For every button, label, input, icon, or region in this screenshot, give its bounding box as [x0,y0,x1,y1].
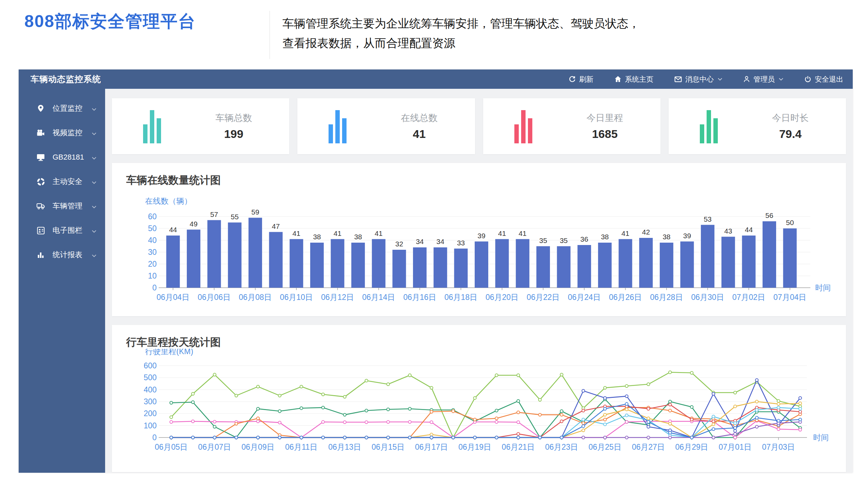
sidebar-item-label: 视频监控 [53,128,92,138]
sidebar: 位置监控 视频监控 GB28181 [19,89,105,473]
svg-text:41: 41 [293,229,300,237]
app-frame: 车辆动态监控系统 刷新 系统主页 [19,69,853,473]
svg-text:06月19日: 06月19日 [458,443,491,451]
user-icon [743,76,750,83]
svg-text:50: 50 [786,219,794,226]
sidebar-item-video-monitor[interactable]: 视频监控 [19,121,105,145]
chevron-down-icon [92,177,96,186]
svg-text:35: 35 [560,237,568,244]
svg-text:06月04日: 06月04日 [157,293,190,302]
mini-bars-icon [700,109,718,143]
svg-text:06月18日: 06月18日 [445,293,477,302]
refresh-label: 刷新 [579,75,593,84]
system-home-button[interactable]: 系统主页 [614,75,653,84]
sidebar-item-label: 位置监控 [53,103,92,114]
svg-text:06月27日: 06月27日 [632,443,665,451]
svg-text:0: 0 [152,433,157,442]
svg-text:06月07日: 06月07日 [198,443,231,451]
sidebar-item-location-monitor[interactable]: 位置监控 [19,96,105,121]
brand-title: 车辆动态监控系统 [19,74,101,85]
stat-label: 今日时长 [772,112,809,124]
sidebar-item-active-safety[interactable]: 主动安全 [19,169,105,194]
svg-text:时间: 时间 [813,433,829,442]
location-pin-icon [36,104,45,113]
svg-text:38: 38 [601,233,609,241]
svg-text:06月25日: 06月25日 [589,443,622,451]
svg-text:06月21日: 06月21日 [502,443,535,451]
svg-text:34: 34 [416,238,424,245]
sidebar-item-label: 统计报表 [53,250,92,260]
svg-text:35: 35 [539,237,547,244]
page-description: 车辆管理系统主要为企业统筹车辆安排，管理车辆状态、驾驶员状态， 查看报表数据，从… [282,14,640,53]
logout-button[interactable]: 安全退出 [804,75,843,84]
truck-icon [36,203,45,210]
sidebar-item-gb28181[interactable]: GB28181 [19,145,105,169]
svg-text:10: 10 [148,271,157,280]
stat-value: 79.4 [772,127,809,141]
svg-text:60: 60 [148,212,157,221]
svg-text:行驶里程(KM): 行驶里程(KM) [145,349,193,356]
chevron-down-icon [92,128,96,137]
svg-text:06月05日: 06月05日 [155,443,188,451]
svg-text:41: 41 [375,229,382,237]
sidebar-item-statistics-report[interactable]: 统计报表 [19,243,105,267]
sidebar-item-geofence[interactable]: 电子围栏 [19,218,105,243]
svg-text:07月03日: 07月03日 [762,443,795,451]
bar-chart-title: 车辆在线数量统计图 [112,163,846,187]
sidebar-item-label: 车辆管理 [53,201,92,211]
chevron-down-icon [92,226,96,235]
svg-text:07月01日: 07月01日 [719,443,752,451]
svg-text:06月16日: 06月16日 [403,293,436,302]
svg-text:400: 400 [144,385,157,394]
svg-text:32: 32 [395,240,403,248]
refresh-button[interactable]: 刷新 [569,75,593,84]
top-navbar: 车辆动态监控系统 刷新 系统主页 [19,69,853,89]
refresh-icon [569,76,576,83]
power-icon [804,76,811,83]
online-count-bar-chart[interactable]: 在线数（辆）01020304050604406月04日495706月06日555… [119,189,844,309]
svg-text:500: 500 [144,373,157,382]
message-center-button[interactable]: 消息中心 [674,75,722,84]
sidebar-item-vehicle-manage[interactable]: 车辆管理 [19,194,105,218]
chevron-down-icon [92,153,96,162]
header-divider [270,11,270,59]
chevron-down-icon [92,250,96,259]
sidebar-item-label: GB28181 [53,153,92,162]
monitor-icon [36,154,45,161]
screen: 808部标安全管理平台 车辆管理系统主要为企业统筹车辆安排，管理车辆状态、驾驶员… [0,0,868,488]
svg-text:0: 0 [152,283,157,292]
stat-label: 车辆总数 [215,112,252,124]
svg-text:39: 39 [683,232,691,240]
svg-text:06月09日: 06月09日 [241,443,274,451]
safety-ring-icon [36,178,45,186]
svg-text:06月11日: 06月11日 [285,443,317,451]
stat-card-today-mileage: 今日里程 1685 [483,98,660,154]
svg-text:06月20日: 06月20日 [486,293,518,302]
chevron-down-icon [718,78,722,81]
fence-icon [36,227,45,235]
svg-text:07月02日: 07月02日 [732,293,765,302]
daily-mileage-chart-panel: 行车里程按天统计图 行驶里程(KM)010020030040050060006月… [112,325,846,472]
stat-card-online-total: 在线总数 41 [297,98,475,154]
svg-text:41: 41 [519,229,527,237]
line-chart-title: 行车里程按天统计图 [112,325,846,349]
mini-bars-icon [329,109,347,143]
svg-text:06月17日: 06月17日 [415,443,448,451]
svg-text:600: 600 [144,361,157,370]
admin-user-menu[interactable]: 管理员 [743,75,783,84]
stat-label: 在线总数 [401,112,438,124]
stat-cards-row: 车辆总数 199 在线总数 41 今日里程 [112,98,846,154]
chevron-down-icon [92,202,96,210]
daily-mileage-line-chart[interactable]: 行驶里程(KM)010020030040050060006月05日06月07日0… [119,349,844,465]
svg-text:38: 38 [313,233,321,241]
online-count-chart-panel: 车辆在线数量统计图 在线数（辆）01020304050604406月04日495… [112,163,846,316]
mini-bars-icon [514,109,532,143]
chevron-down-icon [92,104,96,113]
svg-text:06月10日: 06月10日 [280,293,313,302]
svg-text:56: 56 [765,211,773,219]
svg-text:39: 39 [477,232,485,240]
svg-text:06月08日: 06月08日 [239,293,272,302]
svg-text:33: 33 [457,239,465,247]
sidebar-item-label: 主动安全 [53,177,92,187]
svg-text:06月23日: 06月23日 [545,443,578,451]
